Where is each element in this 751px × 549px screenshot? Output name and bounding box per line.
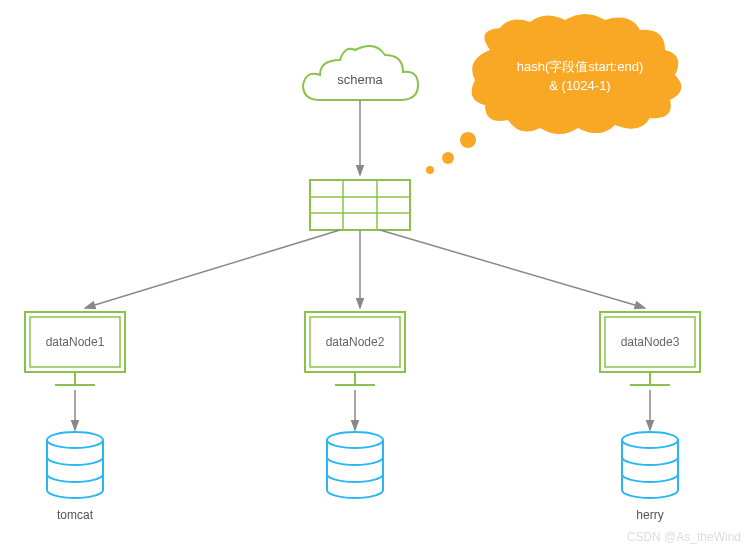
svg-point-2 (442, 152, 454, 164)
svg-point-23 (622, 432, 678, 448)
svg-point-21 (47, 432, 103, 448)
cloud-label: schema (335, 72, 385, 87)
svg-point-1 (460, 132, 476, 148)
node3-label: dataNode3 (610, 335, 690, 349)
node1-label: dataNode1 (35, 335, 115, 349)
bubble-text-line2: & (1024-1) (500, 78, 660, 93)
watermark-text: CSDN @As_theWind (627, 530, 741, 544)
database-icon-3 (622, 432, 678, 498)
database-icon-1 (47, 432, 103, 498)
db3-bottom-label: herry (620, 508, 680, 522)
arrow-table-to-node3 (380, 230, 645, 308)
db1-bottom-label: tomcat (45, 508, 105, 522)
svg-point-3 (426, 166, 434, 174)
database-icon-2 (327, 432, 383, 498)
svg-point-22 (327, 432, 383, 448)
table-icon (310, 180, 410, 230)
arrow-table-to-node1 (85, 230, 340, 308)
bubble-text-line1: hash(字段值start:end) (500, 58, 660, 76)
node2-label: dataNode2 (315, 335, 395, 349)
svg-rect-4 (310, 180, 410, 230)
thought-bubble (426, 14, 681, 174)
